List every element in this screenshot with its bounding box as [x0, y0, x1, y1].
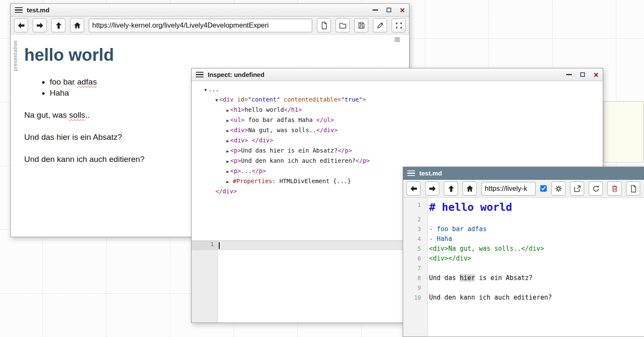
tree-node[interactable]: ▶<p>Und den kann ich auch editieren?</p>	[204, 156, 603, 166]
line-number: 10	[403, 293, 424, 303]
up-arrow-icon	[447, 184, 455, 193]
menu-icon[interactable]	[196, 72, 203, 78]
line-code: <div></div>	[424, 254, 471, 263]
back-button[interactable]	[407, 181, 421, 195]
editor-lines: 1# hello world23- foo bar adfas4- Haha5<…	[403, 198, 644, 303]
new-file-icon	[629, 184, 638, 193]
refresh-icon	[592, 184, 600, 193]
tree-node[interactable]: ▶<h1>hello world</h1>	[204, 105, 603, 115]
delete-button[interactable]	[607, 181, 621, 195]
tree-node[interactable]: ▼<div id="content" contenteditable="true…	[204, 95, 603, 105]
titlebar[interactable]: test.md ×	[11, 4, 409, 17]
tree-node[interactable]: ▶<div> </div>	[204, 136, 603, 146]
minimize-icon[interactable]	[373, 9, 378, 11]
editor-line[interactable]: 10Und den kann ich auch editieren?	[403, 293, 644, 303]
expand-button[interactable]	[392, 18, 406, 32]
window-controls: ×	[373, 6, 405, 14]
misspelled-word: solls	[69, 110, 85, 119]
home-icon	[466, 184, 474, 193]
edit-button[interactable]	[373, 18, 387, 32]
line-number: 7	[403, 263, 424, 273]
trash-icon	[610, 184, 619, 193]
new-file-icon	[320, 21, 328, 30]
close-icon[interactable]: ×	[400, 6, 405, 14]
back-button[interactable]	[14, 18, 28, 32]
presentation-label: presentation	[12, 40, 18, 71]
menu-icon[interactable]	[15, 7, 23, 13]
line-number-gutter: 1	[192, 241, 218, 323]
editor-line[interactable]: 8Und das hier is ein Absatz?	[403, 273, 644, 283]
folder-icon	[339, 21, 347, 30]
editor-line[interactable]: 2	[403, 215, 644, 224]
up-button[interactable]	[51, 18, 65, 32]
external-link-icon	[573, 184, 582, 193]
line-number: 8	[403, 273, 424, 283]
new-file-button[interactable]	[626, 181, 640, 195]
line-number: 3	[403, 224, 424, 234]
back-icon	[17, 21, 25, 30]
window-title: Inspect: undefined	[208, 71, 264, 78]
tree-node[interactable]: ▶<p>Und das hier is ein Absatz?</p>	[204, 146, 603, 156]
line-number: 2	[403, 215, 424, 224]
menu-icon[interactable]	[407, 170, 415, 176]
forward-button[interactable]	[33, 18, 47, 32]
window-controls: ×	[566, 71, 599, 79]
settings-button[interactable]	[551, 181, 565, 195]
open-external-button[interactable]	[570, 181, 584, 195]
editor-line[interactable]: 1# hello world	[403, 200, 644, 215]
auto-update-checkbox[interactable]	[540, 185, 547, 192]
code-editor[interactable]: 1# hello world23- foo bar adfas4- Haha5<…	[403, 198, 644, 337]
url-input[interactable]	[481, 182, 536, 195]
close-icon[interactable]: ×	[593, 71, 599, 79]
folder-button[interactable]	[336, 18, 350, 32]
gear-icon	[554, 184, 563, 193]
line-number: 4	[403, 234, 424, 244]
line-code: Und das hier is ein Absatz?	[424, 273, 533, 283]
pencil-icon	[376, 21, 384, 30]
line-code: <div>Na gut, was solls..</div>	[424, 244, 544, 254]
forward-icon	[428, 184, 437, 193]
editor-line[interactable]: 7	[403, 263, 644, 273]
up-arrow-icon	[54, 21, 63, 30]
forward-button[interactable]	[425, 181, 439, 195]
minimize-icon[interactable]	[566, 74, 572, 75]
save-button[interactable]	[354, 18, 368, 32]
home-button[interactable]	[70, 18, 84, 32]
editor-line[interactable]: 9	[403, 283, 644, 293]
scrollbar-thumb[interactable]	[395, 37, 400, 42]
home-button[interactable]	[463, 181, 477, 195]
background-panel	[604, 101, 644, 162]
line-code: - foo bar adfas	[424, 224, 486, 234]
line-code: - Haha	[424, 234, 452, 244]
forward-icon	[36, 21, 44, 30]
maximize-icon[interactable]	[580, 72, 585, 77]
text-cursor	[219, 242, 220, 249]
window-title: test.md	[419, 170, 442, 177]
line-number: 1	[192, 241, 217, 250]
editor-line[interactable]: 3- foo bar adfas	[403, 224, 644, 234]
line-number: 5	[403, 244, 424, 254]
line-number: 6	[403, 254, 424, 263]
tree-node[interactable]: ▶<div>Na gut, was solls..</div>	[204, 125, 603, 136]
tree-node[interactable]: ▼...	[204, 85, 603, 95]
new-file-button[interactable]	[317, 18, 331, 32]
window-markdown-editor: test.md 1# hello world23- foo bar adfas4…	[403, 167, 644, 337]
misspelled-word: adfas	[77, 77, 96, 86]
up-button[interactable]	[444, 181, 458, 195]
line-code: # hello world	[424, 200, 512, 215]
editor-line[interactable]: 4- Haha	[403, 234, 644, 244]
editor-line[interactable]: 6<div></div>	[403, 254, 644, 263]
expand-icon	[395, 21, 403, 30]
refresh-button[interactable]	[589, 181, 603, 195]
maximize-icon[interactable]	[387, 8, 391, 12]
titlebar[interactable]: Inspect: undefined ×	[192, 68, 603, 81]
titlebar[interactable]: test.md	[403, 167, 644, 180]
markdown-heading: hello world	[24, 45, 396, 65]
url-input[interactable]	[89, 19, 312, 32]
toolbar	[403, 180, 644, 198]
line-code: Und den kann ich auch editieren?	[424, 293, 552, 303]
tree-node[interactable]: ▶<ul> foo bar adfas Haha </ul>	[204, 115, 603, 125]
editor-line[interactable]: 5<div>Na gut, was solls..</div>	[403, 244, 644, 254]
save-icon	[357, 21, 366, 30]
home-icon	[73, 21, 82, 30]
